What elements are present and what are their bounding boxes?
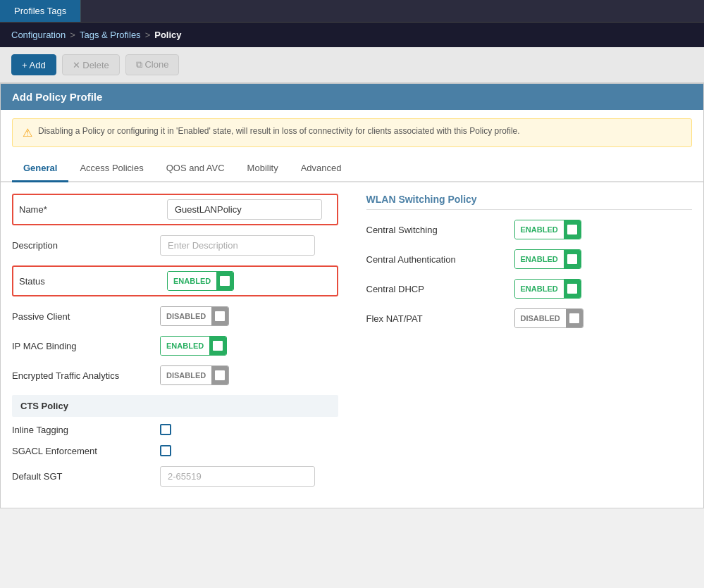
- action-bar: + Add ✕ Delete ⧉ Clone: [0, 47, 704, 83]
- sgacl-enforcement-label: SGACL Enforcement: [12, 446, 153, 456]
- encrypted-traffic-toggle-label: DISABLED: [161, 366, 211, 384]
- encrypted-traffic-row: Encrypted Traffic Analytics DISABLED: [12, 365, 338, 385]
- wlan-switching-title: WLAN Switching Policy: [366, 194, 693, 210]
- passive-client-toggle[interactable]: DISABLED: [160, 306, 229, 326]
- passive-client-toggle-switch: [211, 307, 228, 325]
- toggle-square-icon-6: [567, 254, 577, 264]
- central-switching-toggle[interactable]: ENABLED: [514, 220, 581, 239]
- nav-configuration[interactable]: Configuration: [11, 30, 66, 40]
- central-dhcp-toggle-label: ENABLED: [515, 280, 564, 298]
- central-dhcp-label: Central DHCP: [366, 284, 507, 294]
- passive-client-row: Passive Client DISABLED: [12, 306, 338, 326]
- top-tab-profiles-tags[interactable]: Profiles Tags: [0, 0, 81, 22]
- ip-mac-binding-label: IP MAC Binding: [12, 341, 153, 351]
- default-sgt-label: Default SGT: [12, 471, 153, 482]
- warning-icon: ⚠: [23, 126, 32, 139]
- tab-qos-avc[interactable]: QOS and AVC: [155, 156, 236, 182]
- tab-general[interactable]: General: [12, 156, 68, 182]
- breadcrumb: Configuration > Tags & Profiles > Policy: [0, 23, 704, 47]
- central-dhcp-toggle[interactable]: ENABLED: [514, 279, 581, 299]
- ip-mac-binding-row: IP MAC Binding ENABLED: [12, 336, 338, 356]
- inline-tagging-checkbox[interactable]: [160, 424, 171, 435]
- central-switching-label: Central Switching: [366, 225, 507, 235]
- clone-button[interactable]: ⧉ Clone: [125, 54, 180, 75]
- status-label: Status: [19, 276, 160, 287]
- toggle-square-icon-2: [215, 311, 225, 321]
- card-header: Add Policy Profile: [1, 84, 703, 110]
- flex-nat-toggle-label: DISABLED: [515, 309, 566, 327]
- ip-mac-binding-toggle-switch: [209, 337, 226, 355]
- nav-tags-profiles[interactable]: Tags & Profiles: [80, 30, 141, 40]
- central-auth-toggle[interactable]: ENABLED: [514, 249, 581, 269]
- ip-mac-binding-toggle-label: ENABLED: [161, 337, 209, 355]
- default-sgt-input[interactable]: [160, 466, 315, 487]
- central-switching-row: Central Switching ENABLED: [366, 220, 693, 239]
- encrypted-traffic-toggle-switch: [211, 366, 228, 384]
- encrypted-traffic-label: Encrypted Traffic Analytics: [12, 370, 153, 381]
- name-input[interactable]: [167, 199, 322, 220]
- ip-mac-binding-toggle[interactable]: ENABLED: [160, 336, 227, 356]
- central-switching-toggle-switch: [564, 220, 581, 239]
- description-row: Description: [12, 235, 338, 256]
- central-dhcp-toggle-switch: [564, 280, 581, 298]
- central-auth-label: Central Authentication: [366, 254, 507, 265]
- status-toggle-label: ENABLED: [168, 272, 216, 290]
- toggle-square-icon-8: [569, 313, 579, 323]
- toggle-square-icon-3: [213, 341, 223, 351]
- policy-profile-card: Add Policy Profile ⚠ Disabling a Policy …: [0, 83, 704, 508]
- delete-button[interactable]: ✕ Delete: [62, 54, 120, 75]
- toggle-square-icon: [220, 276, 230, 286]
- central-auth-row: Central Authentication ENABLED: [366, 249, 693, 269]
- passive-client-toggle-label: DISABLED: [161, 307, 211, 325]
- cts-policy-section-header: CTS Policy: [12, 395, 338, 417]
- tab-access-policies[interactable]: Access Policies: [68, 156, 154, 182]
- tab-mobility[interactable]: Mobility: [236, 156, 290, 182]
- status-toggle[interactable]: ENABLED: [167, 271, 234, 291]
- add-button[interactable]: + Add: [11, 54, 56, 75]
- name-row: Name*: [12, 194, 338, 225]
- tab-advanced[interactable]: Advanced: [290, 156, 353, 182]
- card-title: Add Policy Profile: [12, 91, 102, 103]
- tab-bar: General Access Policies QOS and AVC Mobi…: [1, 156, 703, 182]
- toggle-square-icon-5: [567, 225, 577, 234]
- status-toggle-switch: [216, 272, 233, 290]
- chevron-icon-1: >: [70, 30, 75, 40]
- flex-nat-row: Flex NAT/PAT DISABLED: [366, 308, 693, 328]
- warning-text: Disabling a Policy or configuring it in …: [38, 126, 520, 136]
- name-label: Name*: [19, 204, 160, 215]
- central-auth-toggle-switch: [564, 250, 581, 268]
- sgacl-enforcement-checkbox[interactable]: [160, 445, 171, 456]
- central-switching-toggle-label: ENABLED: [515, 220, 564, 239]
- flex-nat-label: Flex NAT/PAT: [366, 313, 507, 324]
- toggle-square-icon-7: [567, 284, 577, 294]
- right-column: WLAN Switching Policy Central Switching …: [366, 194, 693, 496]
- description-label: Description: [12, 240, 153, 251]
- warning-banner: ⚠ Disabling a Policy or configuring it i…: [12, 118, 692, 147]
- default-sgt-row: Default SGT: [12, 466, 338, 487]
- passive-client-label: Passive Client: [12, 311, 153, 322]
- status-row: Status ENABLED: [12, 265, 338, 296]
- form-content: Name* Description Status ENABLED: [1, 182, 703, 508]
- toggle-square-icon-4: [215, 370, 225, 380]
- flex-nat-toggle[interactable]: DISABLED: [514, 308, 583, 328]
- left-column: Name* Description Status ENABLED: [12, 194, 338, 496]
- sgacl-enforcement-row: SGACL Enforcement: [12, 445, 338, 456]
- inline-tagging-label: Inline Tagging: [12, 425, 153, 435]
- central-dhcp-row: Central DHCP ENABLED: [366, 279, 693, 299]
- central-auth-toggle-label: ENABLED: [515, 250, 564, 268]
- inline-tagging-row: Inline Tagging: [12, 424, 338, 435]
- description-input[interactable]: [160, 235, 315, 256]
- nav-current: Policy: [154, 30, 181, 40]
- chevron-icon-2: >: [145, 30, 151, 40]
- flex-nat-toggle-switch: [566, 309, 583, 327]
- encrypted-traffic-toggle[interactable]: DISABLED: [160, 365, 229, 385]
